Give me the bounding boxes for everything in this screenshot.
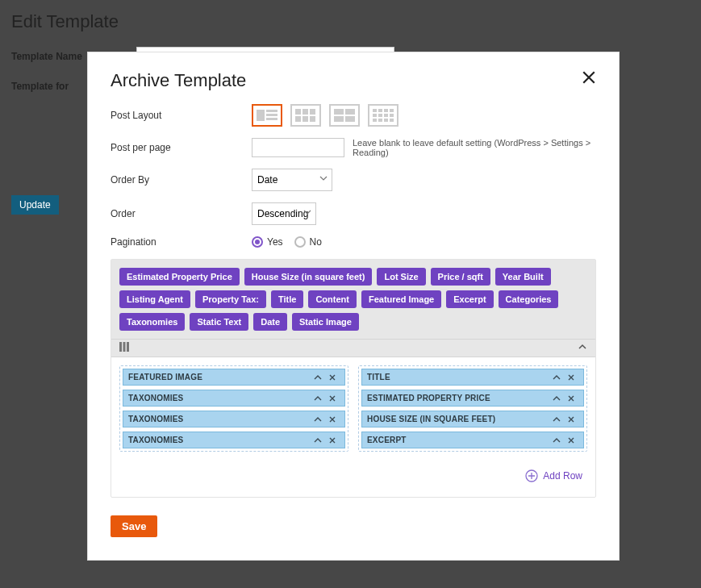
field-label: TAXONOMIES [128,415,311,423]
svg-rect-2 [266,114,277,116]
add-row-label: Add Row [543,470,582,482]
field-tag[interactable]: Estimated Property Price [119,268,240,286]
layout-option-grid-two[interactable] [329,104,360,127]
field-label: HOUSE SIZE (IN SQUARE FEET) [367,415,549,423]
chevron-up-icon[interactable] [578,342,587,354]
svg-rect-24 [384,119,388,122]
svg-rect-18 [373,114,377,117]
archive-template-modal: Archive Template Post Layout [87,52,620,561]
field-label: EXCERPT [367,436,549,444]
field-tag[interactable]: Static Text [190,313,248,331]
layout-column[interactable]: TITLEESTIMATED PROPERTY PRICEHOUSE SIZE … [358,365,587,452]
chevron-up-icon[interactable] [311,394,325,402]
layout-field-item[interactable]: EXCERPT [361,432,584,448]
layout-row-header[interactable] [111,339,595,357]
svg-rect-9 [310,116,315,122]
save-button[interactable]: Save [111,515,157,537]
pagination-yes-radio[interactable]: Yes [252,236,283,248]
field-tag[interactable]: Lot Size [377,268,425,286]
close-icon[interactable] [325,436,340,444]
post-layout-label: Post Layout [111,110,252,121]
chevron-up-icon[interactable] [549,415,564,423]
layout-field-item[interactable]: FEATURED IMAGE [123,369,345,386]
svg-rect-13 [345,116,355,122]
svg-rect-0 [257,110,265,121]
svg-rect-27 [123,342,126,352]
svg-rect-7 [295,116,301,122]
field-tag[interactable]: Title [271,290,303,308]
field-tag[interactable]: Property Tax: [195,290,266,308]
svg-rect-16 [384,109,388,112]
chevron-up-icon[interactable] [549,436,564,444]
add-row-button[interactable]: Add Row [111,460,595,497]
layout-field-item[interactable]: TAXONOMIES [123,390,345,407]
svg-rect-3 [266,118,277,120]
close-icon[interactable] [582,70,596,87]
pagination-no-radio[interactable]: No [294,236,322,248]
layout-option-grid-small[interactable] [290,104,321,127]
close-icon[interactable] [325,373,340,382]
svg-rect-21 [390,114,394,117]
svg-rect-14 [373,109,377,112]
post-per-page-input[interactable] [252,138,344,157]
close-icon[interactable] [325,415,340,423]
field-label: FEATURED IMAGE [128,373,311,382]
field-tag[interactable]: Static Image [292,313,359,331]
field-tag[interactable]: Date [253,313,287,331]
post-layout-options [252,104,398,127]
pagination-label: Pagination [111,236,252,248]
layout-option-grid-dense[interactable] [368,104,398,127]
chevron-up-icon[interactable] [311,373,325,382]
svg-rect-6 [310,109,315,115]
field-tag[interactable]: Price / sqft [431,268,490,286]
order-select[interactable]: Descending [252,202,316,225]
layout-option-list[interactable] [252,104,282,127]
chevron-up-icon[interactable] [311,436,325,444]
svg-rect-25 [390,119,394,122]
svg-rect-20 [384,114,388,117]
layout-field-item[interactable]: HOUSE SIZE (IN SQUARE FEET) [361,411,584,427]
chevron-up-icon[interactable] [549,373,564,382]
field-tag[interactable]: Taxonomies [119,313,185,331]
layout-column[interactable]: FEATURED IMAGETAXONOMIESTAXONOMIESTAXONO… [119,365,348,452]
svg-rect-4 [295,109,301,115]
layout-field-item[interactable]: TAXONOMIES [123,432,345,448]
radio-off-icon [294,236,306,248]
plus-circle-icon [525,469,538,482]
field-tag-list: Estimated Property PriceHouse Size (in s… [111,260,595,339]
close-icon[interactable] [325,394,340,402]
columns-icon [119,342,129,354]
order-by-select[interactable]: Date [252,169,332,191]
field-tag[interactable]: Year Built [495,268,551,286]
layout-field-item[interactable]: ESTIMATED PROPERTY PRICE [361,390,584,407]
modal-title: Archive Template [111,70,246,91]
svg-rect-1 [266,110,277,112]
field-tag[interactable]: Listing Agent [119,290,190,308]
layout-field-item[interactable]: TITLE [361,369,584,386]
page-title: Edit Template [11,11,690,32]
close-icon[interactable] [564,394,578,402]
field-label: ESTIMATED PROPERTY PRICE [367,394,549,402]
field-tag[interactable]: Content [308,290,357,308]
update-button[interactable]: Update [11,195,59,215]
svg-rect-19 [378,114,382,117]
svg-rect-17 [390,109,394,112]
close-icon[interactable] [564,373,578,382]
close-icon[interactable] [564,436,578,444]
svg-rect-12 [334,116,344,122]
chevron-up-icon[interactable] [311,415,325,423]
svg-rect-15 [378,109,382,112]
field-tag[interactable]: Featured Image [361,290,441,308]
svg-rect-28 [127,342,129,352]
order-by-label: Order By [111,174,252,186]
field-tag[interactable]: House Size (in square feet) [244,268,373,286]
close-icon[interactable] [564,415,578,423]
post-per-page-hint: Leave blank to leave default setting (Wo… [353,138,596,157]
chevron-up-icon[interactable] [549,394,564,402]
field-label: TITLE [367,373,549,382]
field-tag[interactable]: Categories [499,290,559,308]
field-tag[interactable]: Excerpt [446,290,493,308]
pagination-yes-label: Yes [267,236,283,248]
svg-rect-22 [373,119,377,122]
layout-field-item[interactable]: TAXONOMIES [123,411,345,427]
